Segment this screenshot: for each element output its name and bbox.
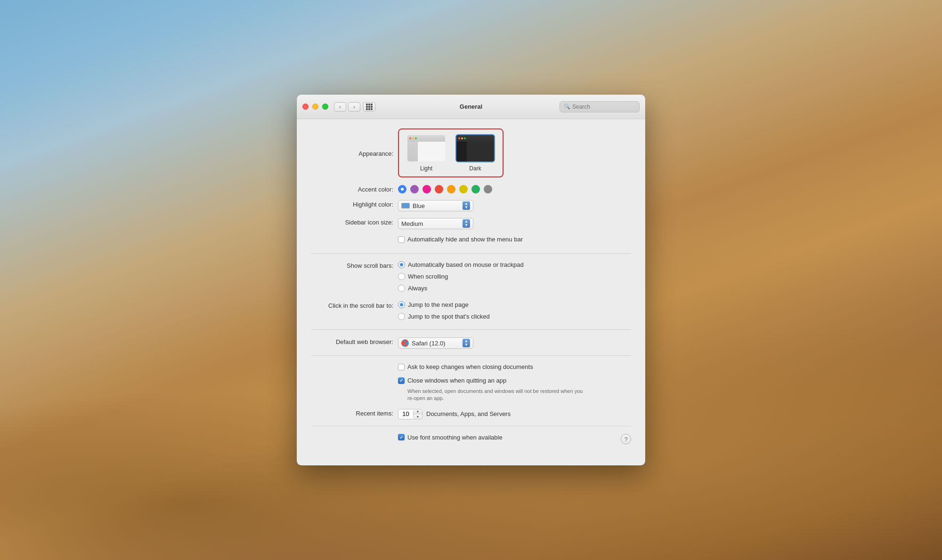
- accent-color-options: [398, 185, 492, 193]
- menu-bar-control: Automatically hide and show the menu bar: [398, 236, 631, 247]
- scroll-scrolling-radio[interactable]: [398, 273, 405, 280]
- sidebar-icon-size-value: Medium: [401, 220, 461, 227]
- menu-bar-checkbox-label: Automatically hide and show the menu bar: [407, 236, 523, 243]
- ask-changes-checkbox-row: Ask to keep changes when closing documen…: [398, 363, 533, 370]
- scroll-auto-label: Automatically based on mouse or trackpad: [408, 261, 524, 268]
- scroll-next-page-label: Jump to the next page: [408, 301, 469, 308]
- recent-items-row: Recent items: 10 ▲ ▼ Documents, Apps, an…: [311, 409, 631, 419]
- scroll-auto-radio[interactable]: [398, 261, 405, 268]
- back-button[interactable]: ‹: [334, 102, 346, 112]
- divider-1: [311, 253, 631, 254]
- traffic-lights: [302, 104, 328, 110]
- scroll-next-page-radio[interactable]: [398, 301, 405, 308]
- close-button[interactable]: [302, 104, 309, 110]
- browser-arrows: ▲ ▼: [463, 339, 470, 347]
- accent-orange[interactable]: [447, 185, 455, 193]
- browser-dropdown[interactable]: Safari (12.0) ▲ ▼: [398, 337, 473, 349]
- titlebar: ‹ › General 🔍: [297, 95, 645, 119]
- accent-graphite[interactable]: [484, 185, 492, 193]
- sidebar-icon-size-label: Sidebar icon size:: [311, 218, 398, 226]
- font-smoothing-label: Use font smoothing when available: [407, 434, 503, 441]
- accent-blue[interactable]: [398, 185, 406, 193]
- appearance-thumb-dark: [455, 134, 495, 162]
- scroll-bars-row: Show scroll bars: Automatically based on…: [311, 261, 631, 295]
- scroll-scrolling-label: When scrolling: [408, 273, 448, 280]
- highlight-color-value: Blue: [413, 202, 461, 209]
- accent-green[interactable]: [471, 185, 480, 193]
- highlight-color-control: Blue ▲ ▼: [398, 200, 631, 211]
- close-windows-label: Close windows when quitting an app: [407, 377, 506, 384]
- preferences-window: ‹ › General 🔍 Appearance:: [297, 95, 645, 465]
- grid-icon: [366, 104, 373, 110]
- scroll-click-control: Jump to the next page Jump to the spot t…: [398, 301, 631, 323]
- appearance-dark-label: Dark: [469, 165, 481, 172]
- help-button[interactable]: ?: [621, 434, 631, 444]
- appearance-light-label: Light: [420, 165, 432, 172]
- grid-button[interactable]: [363, 102, 375, 112]
- window-title: General: [460, 103, 482, 110]
- highlight-color-dropdown[interactable]: Blue ▲ ▼: [398, 200, 473, 211]
- accent-color-control: [398, 185, 631, 193]
- divider-2: [311, 329, 631, 330]
- appearance-thumb-light: [406, 134, 446, 162]
- close-windows-note: When selected, open documents and window…: [407, 388, 586, 402]
- forward-button[interactable]: ›: [348, 102, 360, 112]
- font-smoothing-checkbox-row: Use font smoothing when available: [398, 434, 503, 441]
- browser-value: Safari (12.0): [412, 340, 461, 347]
- search-bar[interactable]: 🔍: [560, 101, 640, 112]
- safari-icon: [401, 339, 409, 347]
- recent-items-value: 10: [398, 410, 414, 417]
- stepper-buttons: ▲ ▼: [414, 409, 422, 419]
- scroll-spot-radio[interactable]: [398, 313, 405, 320]
- sidebar-icon-size-dropdown[interactable]: Medium ▲ ▼: [398, 218, 473, 229]
- close-windows-checkbox[interactable]: [398, 377, 405, 384]
- browser-row: Default web browser: Safari (12.0) ▲ ▼: [311, 337, 631, 349]
- back-icon: ‹: [339, 104, 341, 110]
- stepper-down-button[interactable]: ▼: [414, 414, 422, 419]
- maximize-button[interactable]: [322, 104, 328, 110]
- appearance-label: Appearance:: [311, 149, 398, 157]
- scroll-bars-label: Show scroll bars:: [311, 261, 398, 269]
- scroll-bars-control: Automatically based on mouse or trackpad…: [398, 261, 631, 295]
- accent-red[interactable]: [435, 185, 443, 193]
- minimize-button[interactable]: [312, 104, 318, 110]
- scroll-always-row: Always: [398, 285, 427, 292]
- scroll-always-radio[interactable]: [398, 285, 405, 292]
- divider-4: [311, 426, 631, 426]
- ask-changes-label: Ask to keep changes when closing documen…: [407, 363, 533, 370]
- font-smoothing-row: Use font smoothing when available ?: [311, 434, 631, 445]
- close-windows-checkbox-row: Close windows when quitting an app: [398, 377, 586, 384]
- arrow-down-icon: ▼: [464, 224, 468, 227]
- sidebar-size-arrows: ▲ ▼: [463, 219, 470, 228]
- font-smoothing-checkbox[interactable]: [398, 434, 405, 440]
- sidebar-icon-size-control: Medium ▲ ▼: [398, 218, 631, 229]
- scroll-scrolling-row: When scrolling: [398, 273, 448, 280]
- highlight-color-swatch: [401, 203, 410, 208]
- close-windows-group: Close windows when quitting an app When …: [398, 377, 586, 402]
- arrow-down-icon: ▼: [464, 343, 468, 347]
- content-area: Appearance:: [297, 119, 645, 465]
- appearance-option-light[interactable]: Light: [406, 134, 446, 172]
- nav-buttons: ‹ ›: [334, 102, 360, 112]
- appearance-option-dark[interactable]: Dark: [455, 134, 495, 172]
- menu-bar-label: [311, 236, 398, 237]
- accent-pink[interactable]: [422, 185, 431, 193]
- scroll-next-page-row: Jump to the next page: [398, 301, 469, 308]
- stepper-up-button[interactable]: ▲: [414, 409, 422, 414]
- accent-yellow[interactable]: [459, 185, 468, 193]
- accent-purple[interactable]: [410, 185, 419, 193]
- forward-icon: ›: [353, 104, 355, 110]
- scroll-always-label: Always: [408, 285, 427, 292]
- recent-items-stepper[interactable]: 10 ▲ ▼: [398, 409, 422, 419]
- sidebar-icon-size-row: Sidebar icon size: Medium ▲ ▼: [311, 218, 631, 229]
- accent-color-row: Accent color:: [311, 185, 631, 193]
- search-input[interactable]: [572, 104, 643, 110]
- arrow-down-icon: ▼: [464, 206, 468, 209]
- browser-label: Default web browser:: [311, 337, 398, 345]
- ask-changes-row: Ask to keep changes when closing documen…: [311, 363, 631, 402]
- menu-bar-checkbox[interactable]: [398, 236, 405, 243]
- ask-changes-checkbox[interactable]: [398, 364, 405, 370]
- divider-3: [311, 355, 631, 356]
- search-icon: 🔍: [564, 104, 570, 110]
- highlight-color-row: Highlight color: Blue ▲ ▼: [311, 200, 631, 211]
